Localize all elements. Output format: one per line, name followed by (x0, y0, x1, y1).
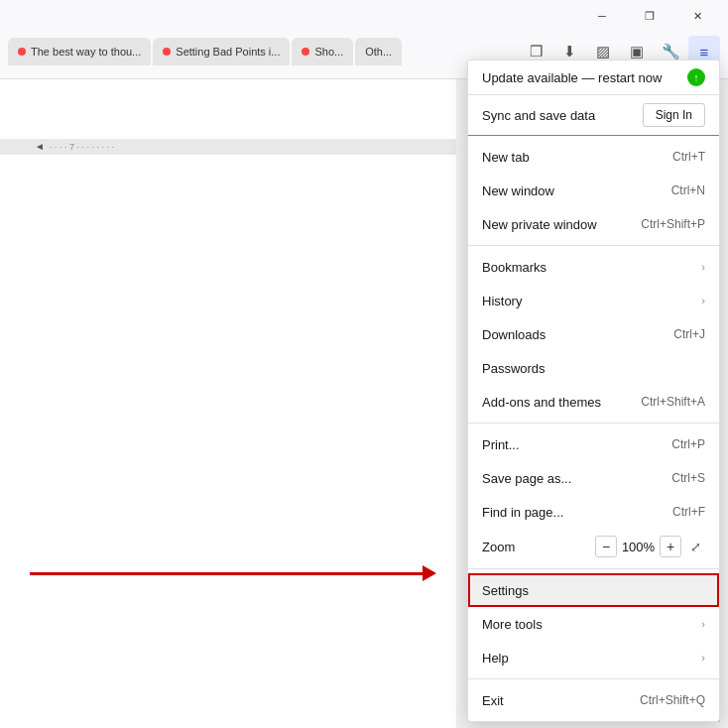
save-page-label: Save page as... (482, 471, 664, 486)
settings-label: Settings (482, 583, 705, 598)
menu-item-bookmarks[interactable]: Bookmarks › (468, 250, 719, 284)
tab-2[interactable]: Setting Bad Points i... (153, 38, 290, 65)
menu-item-downloads[interactable]: Downloads Ctrl+J (468, 317, 719, 351)
tab-close-dot-1 (18, 48, 26, 56)
exit-shortcut: Ctrl+Shift+Q (640, 693, 705, 707)
zoom-in-button[interactable]: + (660, 536, 681, 557)
zoom-control: − 100% + ⤢ (595, 536, 705, 557)
zoom-value: 100% (621, 540, 656, 554)
addons-label: Add-ons and themes (482, 395, 633, 410)
find-label: Find in page... (482, 505, 665, 520)
new-tab-label: New tab (482, 150, 665, 165)
menu-item-new-tab[interactable]: New tab Ctrl+T (468, 140, 719, 174)
menu-item-help[interactable]: Help › (468, 641, 719, 674)
dropdown-menu: Update available — restart now ↑ Sync an… (467, 60, 720, 722)
zoom-label: Zoom (482, 540, 595, 554)
menu-section-exit: Exit Ctrl+Shift+Q (468, 679, 719, 721)
content-area: ◄ · · · · 7 · · · · · · · · (0, 79, 456, 728)
arrow-line (30, 572, 423, 575)
menu-item-save-page[interactable]: Save page as... Ctrl+S (468, 461, 719, 495)
new-window-shortcut: Ctrl+N (671, 183, 705, 197)
menu-item-more-tools[interactable]: More tools › (468, 607, 719, 641)
arrow-head (423, 565, 436, 581)
fullscreen-button[interactable]: ⤢ (685, 537, 705, 556)
minimize-button[interactable]: ─ (579, 2, 625, 30)
tab-1[interactable]: The best way to thou... (8, 38, 151, 65)
update-text: Update available — restart now (482, 70, 687, 85)
tab-3-label: Sho... (314, 46, 343, 58)
menu-item-new-window[interactable]: New window Ctrl+N (468, 174, 719, 207)
menu-item-settings[interactable]: Settings (468, 573, 719, 607)
more-tools-arrow: › (701, 618, 705, 630)
bookmarks-arrow: › (701, 261, 705, 273)
downloads-label: Downloads (482, 327, 666, 342)
menu-section-settings: Settings More tools › Help › (468, 569, 719, 679)
menu-item-addons[interactable]: Add-ons and themes Ctrl+Shift+A (468, 385, 719, 419)
tab-close-dot-2 (163, 48, 171, 56)
menu-item-new-private[interactable]: New private window Ctrl+Shift+P (468, 207, 719, 241)
tab-2-label: Setting Bad Points i... (176, 46, 280, 58)
menu-item-passwords[interactable]: Passwords (468, 351, 719, 385)
history-label: History (482, 294, 697, 308)
new-private-label: New private window (482, 217, 633, 232)
update-bar[interactable]: Update available — restart now ↑ (468, 61, 719, 95)
downloads-shortcut: Ctrl+J (673, 327, 705, 341)
sign-in-button[interactable]: Sign In (643, 103, 705, 127)
menu-item-find[interactable]: Find in page... Ctrl+F (468, 495, 719, 529)
settings-arrow (30, 565, 436, 581)
bookmarks-label: Bookmarks (482, 260, 697, 275)
print-label: Print... (482, 437, 664, 452)
print-shortcut: Ctrl+P (671, 437, 705, 451)
menu-item-exit[interactable]: Exit Ctrl+Shift+Q (468, 683, 719, 717)
title-bar: ─ ❐ ✕ (0, 0, 728, 32)
exit-label: Exit (482, 693, 632, 708)
ruler: ◄ · · · · 7 · · · · · · · · (0, 139, 456, 155)
help-arrow: › (701, 652, 705, 664)
sync-text: Sync and save data (482, 108, 643, 123)
tab-4-label: Oth... (365, 46, 392, 58)
help-label: Help (482, 651, 697, 666)
update-dot: ↑ (687, 68, 705, 86)
tab-close-dot-3 (302, 48, 309, 56)
addons-shortcut: Ctrl+Shift+A (641, 395, 705, 409)
menu-item-history[interactable]: History › (468, 284, 719, 317)
menu-section-nav: Bookmarks › History › Downloads Ctrl+J P… (468, 246, 719, 424)
passwords-label: Passwords (482, 361, 705, 376)
tab-4[interactable]: Oth... (355, 38, 402, 65)
sync-bar: Sync and save data Sign In (468, 95, 719, 135)
tab-3[interactable]: Sho... (292, 38, 353, 65)
menu-section-new: New tab Ctrl+T New window Ctrl+N New pri… (468, 136, 719, 246)
menu-item-print[interactable]: Print... Ctrl+P (468, 427, 719, 461)
history-arrow: › (701, 295, 705, 306)
new-private-shortcut: Ctrl+Shift+P (641, 217, 705, 231)
save-page-shortcut: Ctrl+S (671, 471, 705, 485)
menu-item-zoom: Zoom − 100% + ⤢ (468, 529, 719, 564)
zoom-out-button[interactable]: − (595, 536, 617, 557)
tab-1-label: The best way to thou... (31, 46, 141, 58)
maximize-button[interactable]: ❐ (627, 2, 672, 30)
find-shortcut: Ctrl+F (672, 505, 705, 519)
more-tools-label: More tools (482, 617, 697, 632)
menu-section-tools: Print... Ctrl+P Save page as... Ctrl+S F… (468, 424, 719, 569)
new-window-label: New window (482, 183, 664, 198)
close-button[interactable]: ✕ (674, 2, 720, 30)
new-tab-shortcut: Ctrl+T (672, 150, 705, 164)
